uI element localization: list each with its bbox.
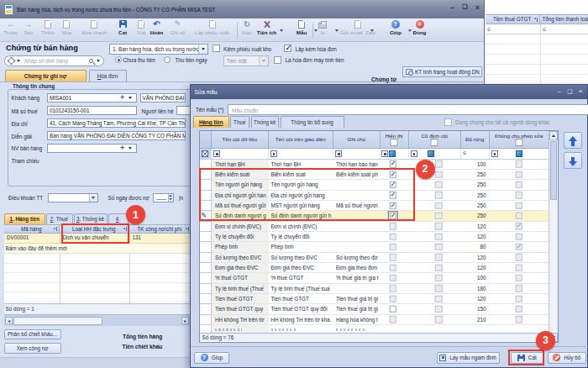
- column-header-tk-cong-no[interactable]: TK công nợ/chi phí: [129, 225, 191, 233]
- phan-bo-chiet-khau-button[interactable]: Phân bổ chiết khấu...: [4, 329, 61, 340]
- scrollbar-thumb[interactable]: [13, 317, 102, 325]
- lay-mau-ngam-dinh-button[interactable]: Lấy mẫu ngầm định: [437, 352, 500, 364]
- dialog-tab[interactable]: Thống kê: [251, 116, 280, 128]
- co-dinh-cot-checkbox[interactable]: [435, 295, 443, 302]
- kiem-phieu-xuat-kho-checkbox[interactable]: [213, 45, 220, 52]
- help-button[interactable]: Giúp: [194, 352, 229, 364]
- co-dinh-cot-checkbox[interactable]: [435, 160, 443, 168]
- columns-grid-row[interactable]: Phép tính Phép tính 80: [200, 242, 558, 252]
- co-dinh-cot-checkbox[interactable]: [435, 254, 443, 261]
- gear-icon[interactable]: [8, 58, 14, 64]
- khong-cho-phep-sua-checkbox[interactable]: [515, 213, 522, 220]
- add-item-row[interactable]: Bấm vào đây để thêm mới: [4, 244, 191, 254]
- tab-chung-tu-ghi-no[interactable]: Chứng từ ghi nợ: [5, 70, 87, 81]
- khong-cho-phep-sua-checkbox[interactable]: [515, 160, 522, 168]
- scroll-right-icon[interactable]: [181, 317, 189, 324]
- scroll-up-icon[interactable]: [552, 134, 555, 137]
- hien-thi-checkbox[interactable]: [389, 295, 396, 302]
- pin-icon[interactable]: [53, 227, 57, 231]
- toolbar-button[interactable]: Lập phiếu xuất: [193, 19, 232, 35]
- khong-cho-phep-sua-checkbox[interactable]: [515, 223, 522, 230]
- dialog-tab[interactable]: Thông tin bổ sung: [281, 116, 344, 128]
- hien-thi-checkbox[interactable]: [389, 306, 396, 313]
- co-dinh-cot-checkbox[interactable]: [435, 233, 443, 240]
- columns-grid-row[interactable]: Số lượng theo ĐVC Số lượng theo ĐVC Số l…: [200, 253, 558, 263]
- co-dinh-cot-checkbox[interactable]: [435, 275, 443, 282]
- khong-cho-phep-sua-checkbox[interactable]: [515, 254, 522, 261]
- filter-clear-icon[interactable]: [202, 150, 208, 157]
- khong-cho-phep-sua-checkbox[interactable]: [515, 295, 522, 302]
- co-dinh-cot-checkbox[interactable]: [435, 192, 443, 199]
- hien-thi-checkbox[interactable]: [389, 316, 396, 323]
- columns-grid-row[interactable]: Đơn giá theo ĐVC Đơn giá theo ĐVC Đơn gi…: [200, 263, 558, 273]
- column-header-khong-cho-phep-sua[interactable]: Không cho phép sửa: [490, 131, 549, 149]
- columns-grid-row[interactable]: Tỷ lệ tính thuế (Thuế Tỷ lệ tính thuế (T…: [200, 284, 558, 294]
- minimize-button[interactable]: [449, 3, 456, 12]
- co-dinh-cot-checkbox[interactable]: [435, 213, 443, 220]
- filter-icon[interactable]: [411, 150, 417, 157]
- ma-so-thue-input[interactable]: 0101243150-001: [47, 106, 137, 115]
- columns-grid-row[interactable]: Tiền thuế GTGT quy Tiền thuế GTGT quy đổ…: [200, 304, 558, 314]
- khong-cho-phep-sua-checkbox[interactable]: [515, 316, 522, 323]
- thu-tien-ngay-radio[interactable]: [164, 56, 171, 63]
- filter-le-operator[interactable]: ≤: [463, 150, 466, 155]
- hien-thi-checkbox[interactable]: [389, 223, 396, 230]
- item-tab[interactable]: 1. Hàng tiền: [4, 213, 45, 224]
- khong-cho-phep-sua-checkbox[interactable]: [515, 192, 522, 199]
- co-dinh-cot-checkbox[interactable]: [435, 244, 443, 251]
- hien-thi-checkbox[interactable]: [389, 244, 396, 251]
- co-dinh-cot-checkbox[interactable]: [435, 171, 443, 178]
- co-dinh-cot-checkbox[interactable]: [435, 223, 443, 230]
- filter-icon[interactable]: [213, 150, 220, 157]
- move-row-down-button[interactable]: [564, 152, 582, 169]
- dia-chi-input[interactable]: 41, Cách Mạng Tháng Tám, Phường Cái Khế,…: [47, 118, 186, 128]
- hien-thi-checkbox[interactable]: [389, 285, 396, 292]
- toolbar-button[interactable]: Tiện ích: [248, 19, 286, 35]
- hien-thi-all-checkbox[interactable]: [391, 139, 398, 146]
- filter-icon[interactable]: [335, 150, 342, 157]
- search-icon[interactable]: [89, 59, 93, 63]
- dieu-khoan-tt-select[interactable]: [48, 193, 98, 203]
- khong-cho-phep-sua-checkbox[interactable]: [515, 244, 522, 251]
- chevron-down-icon[interactable]: [129, 97, 132, 99]
- kt-tinh-trang-button[interactable]: KT tình trạng hoạt động DN: [402, 66, 482, 77]
- khong-cho-phep-sua-checkbox[interactable]: [515, 264, 522, 271]
- hien-thi-checkbox[interactable]: [389, 254, 396, 261]
- xem-cong-no-button[interactable]: Xem công nợ: [4, 343, 61, 354]
- spin-up-icon[interactable]: [169, 195, 172, 197]
- pin-icon[interactable]: [185, 227, 189, 231]
- column-header-ten-cot-giao-dien[interactable]: Tên cột trên giao diện: [269, 131, 334, 149]
- khong-cho-phep-sua-checkbox[interactable]: [515, 233, 522, 240]
- dialog-maximize-button[interactable]: [568, 87, 573, 95]
- co-dinh-cot-all-checkbox[interactable]: [431, 139, 438, 146]
- column-header-ghi-chu[interactable]: Ghi chú: [333, 131, 381, 149]
- chevron-down-icon[interactable]: [17, 60, 20, 62]
- khong-cho-phep-sua-checkbox[interactable]: [515, 306, 522, 313]
- tab-hoa-don[interactable]: Hóa đơn: [89, 70, 127, 81]
- ten-mau-input[interactable]: Mẫu chuẩn: [228, 104, 588, 115]
- doc-type-select[interactable]: 1. Bán hàng hóa, dịch vụ trong nước: [109, 44, 208, 55]
- hien-thi-checkbox[interactable]: [389, 233, 396, 240]
- scroll-left-icon[interactable]: [5, 317, 13, 324]
- column-header-ten-cot-du-lieu[interactable]: Tên cột dữ liệu: [212, 131, 269, 149]
- toolbar-button[interactable]: Gửi email, Zalo: [339, 19, 377, 35]
- share-template-checkbox[interactable]: [444, 118, 452, 126]
- columns-grid-row[interactable]: Tỷ lệ chuyển đổi Tỷ lệ chuyển đổi 120: [200, 232, 558, 242]
- hien-thi-checkbox[interactable]: [389, 264, 396, 271]
- dialog-minimize-button[interactable]: [558, 87, 561, 95]
- filter-icon[interactable]: [270, 150, 277, 157]
- co-dinh-cot-checkbox[interactable]: [435, 285, 443, 292]
- columns-grid-row[interactable]: HH không TH trên tờ HH không TH trên tờ …: [200, 315, 558, 325]
- columns-grid-vscrollbar[interactable]: [549, 131, 558, 342]
- chua-thu-tien-radio[interactable]: [115, 56, 122, 63]
- filter-checked-icon[interactable]: [516, 150, 522, 157]
- toolbar-button[interactable]: Đóng: [401, 19, 439, 35]
- co-dinh-cot-checkbox[interactable]: [435, 306, 443, 313]
- filter-checked-icon[interactable]: [389, 150, 396, 157]
- filter-icon[interactable]: [381, 150, 388, 157]
- khong-cho-phep-sua-checkbox[interactable]: [515, 275, 522, 282]
- items-grid-hscrollbar[interactable]: [4, 314, 191, 326]
- khong-cho-phep-sua-checkbox[interactable]: [515, 285, 522, 292]
- column-header-co-dinh-cot[interactable]: Cố định cột: [409, 131, 462, 149]
- hien-thi-checkbox[interactable]: [389, 275, 396, 282]
